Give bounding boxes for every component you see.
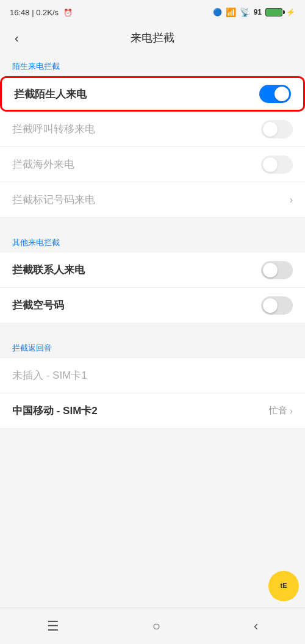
block-empty-toggle[interactable]: [261, 296, 293, 315]
bottom-nav: ☰ ○ ‹: [0, 607, 305, 644]
header: ‹ 来电拦截: [0, 22, 305, 54]
toggle-knob-3: [263, 157, 278, 172]
block-overseas-item: 拦截海外来电: [0, 147, 305, 182]
status-icons: 🔵 📶 📡 91 ⚡: [213, 7, 295, 17]
block-contacts-label: 拦截联系人来电: [12, 263, 85, 277]
block-empty-label: 拦截空号码: [12, 298, 64, 312]
sim2-label: 中国移动 - SIM卡2: [12, 404, 98, 418]
back-button[interactable]: ‹: [10, 29, 24, 48]
wifi-icon: 📡: [240, 7, 250, 17]
divider-1: [0, 218, 305, 230]
stranger-section-items: 拦截陌生人来电 拦截呼叫转移来电 拦截海外来电 拦截标记号码来电 ›: [0, 76, 305, 218]
status-time-speed: 16:48 | 0.2K/s ⏰: [10, 8, 73, 17]
toggle-knob-2: [263, 122, 278, 137]
status-bar: 16:48 | 0.2K/s ⏰ 🔵 📶 📡 91 ⚡: [0, 0, 305, 22]
other-section-items: 拦截联系人来电 拦截空号码: [0, 252, 305, 323]
battery-level: 91: [254, 8, 262, 16]
menu-nav-button[interactable]: ☰: [47, 618, 59, 634]
block-marked-label: 拦截标记号码来电: [12, 193, 95, 207]
toggle-knob: [274, 87, 289, 101]
watermark: tE: [268, 571, 299, 601]
block-stranger-item: 拦截陌生人来电: [0, 76, 305, 112]
sim1-label: 未插入 - SIM卡1: [12, 368, 87, 382]
back-nav-button[interactable]: ‹: [254, 618, 258, 634]
signal-icon: 📶: [226, 7, 236, 17]
charging-icon: ⚡: [286, 8, 295, 16]
home-nav-button[interactable]: ○: [152, 618, 160, 634]
block-stranger-toggle[interactable]: [259, 85, 291, 103]
echo-section-items: 未插入 - SIM卡1 中国移动 - SIM卡2 忙音 ›: [0, 357, 305, 429]
block-marked-item[interactable]: 拦截标记号码来电 ›: [0, 182, 305, 218]
sim2-right-text: 忙音: [269, 405, 287, 417]
block-forward-item: 拦截呼叫转移来电: [0, 112, 305, 147]
sim2-item[interactable]: 中国移动 - SIM卡2 忙音 ›: [0, 393, 305, 429]
block-forward-label: 拦截呼叫转移来电: [12, 122, 95, 136]
block-contacts-item: 拦截联系人来电: [0, 252, 305, 288]
block-overseas-label: 拦截海外来电: [12, 157, 74, 171]
bottom-spacer: [0, 429, 305, 478]
divider-2: [0, 323, 305, 335]
battery-icon: [265, 8, 282, 16]
block-forward-toggle[interactable]: [261, 120, 293, 138]
toggle-knob-4: [263, 263, 278, 277]
bluetooth-icon: 🔵: [213, 8, 222, 16]
block-stranger-label: 拦截陌生人来电: [14, 87, 87, 101]
section-label-echo: 拦截返回音: [0, 335, 305, 357]
toggle-knob-5: [263, 298, 278, 313]
chevron-icon: ›: [290, 195, 293, 206]
section-label-other: 其他来电拦截: [0, 230, 305, 252]
content: 陌生来电拦截 拦截陌生人来电 拦截呼叫转移来电 拦截海外来电 拦截标记号码来电 …: [0, 54, 305, 478]
sim2-chevron-icon: ›: [290, 406, 293, 417]
page-title: 来电拦截: [131, 30, 174, 45]
section-label-stranger: 陌生来电拦截: [0, 54, 305, 76]
block-contacts-toggle[interactable]: [261, 261, 293, 279]
block-overseas-toggle[interactable]: [261, 156, 293, 174]
block-empty-item: 拦截空号码: [0, 288, 305, 323]
sim1-item: 未插入 - SIM卡1: [0, 358, 305, 393]
